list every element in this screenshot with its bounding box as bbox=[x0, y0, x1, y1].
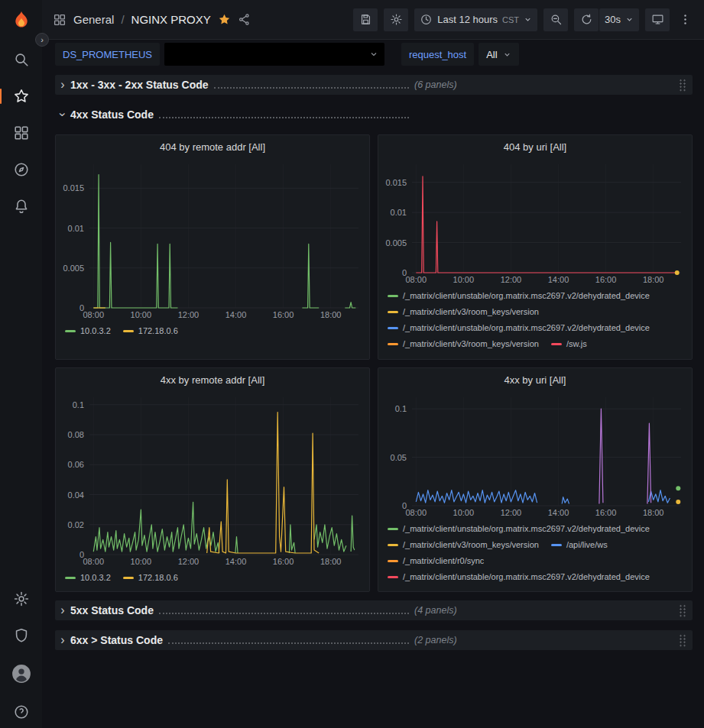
dashboards-icon bbox=[13, 125, 30, 141]
row-title: 1xx - 3xx - 2xx Status Code bbox=[70, 79, 209, 91]
legend-item[interactable]: 10.0.3.2 bbox=[65, 325, 111, 336]
drag-handle-icon[interactable] bbox=[679, 634, 686, 647]
sidebar-item-settings[interactable] bbox=[13, 590, 30, 607]
dashboard-row-1xx-3xx-2xx[interactable]: › 1xx - 3xx - 2xx Status Code (6 panels) bbox=[55, 75, 693, 95]
timeseries-chart[interactable]: 08:0010:0012:0014:0016:0018:0000.0050.01… bbox=[56, 158, 369, 320]
svg-text:14:00: 14:00 bbox=[225, 557, 247, 566]
request-host-select[interactable]: All bbox=[479, 43, 518, 66]
timeseries-chart[interactable]: 08:0010:0012:0014:0016:0018:0000.050.1 bbox=[378, 391, 692, 518]
legend-item[interactable]: /_matrix/client/unstable/org.matrix.msc2… bbox=[388, 571, 650, 582]
svg-text:10:00: 10:00 bbox=[131, 310, 152, 319]
timeseries-chart[interactable]: 08:0010:0012:0014:0016:0018:0000.0050.01… bbox=[378, 158, 692, 285]
help-icon bbox=[13, 704, 30, 720]
drag-handle-icon[interactable] bbox=[679, 604, 686, 617]
legend-swatch bbox=[123, 577, 134, 579]
share-dashboard-button[interactable] bbox=[238, 13, 251, 26]
more-options-button[interactable] bbox=[676, 8, 695, 31]
legend-item[interactable]: /_matrix/client/unstable/org.matrix.msc2… bbox=[388, 523, 650, 534]
time-range-picker[interactable]: Last 12 hours CST bbox=[414, 8, 537, 31]
panel-404-by-uri: 404 by uri [All] 08:0010:0012:0014:0016:… bbox=[378, 134, 693, 360]
dashboard-row-4xx[interactable]: › 4xx Status Code bbox=[55, 105, 693, 125]
datasource-variable-label: DS_PROMETHEUS bbox=[55, 43, 160, 66]
panel-title[interactable]: 4xx by uri [All] bbox=[378, 368, 692, 391]
row-lead: › 1xx - 3xx - 2xx Status Code bbox=[58, 79, 414, 91]
drag-handle-icon[interactable] bbox=[679, 79, 686, 92]
legend-swatch bbox=[551, 544, 562, 546]
sidebar-item-dashboards[interactable] bbox=[13, 125, 30, 141]
avatar bbox=[11, 664, 31, 684]
refresh-interval-picker[interactable]: 30s bbox=[599, 8, 639, 31]
svg-text:16:00: 16:00 bbox=[595, 508, 617, 517]
breadcrumb-folder[interactable]: General bbox=[73, 13, 114, 26]
legend-item[interactable]: /_matrix/client/v3/room_keys/version bbox=[388, 539, 539, 550]
sidebar-item-alerting[interactable] bbox=[13, 198, 30, 215]
clock-icon bbox=[420, 13, 433, 26]
panel-404-by-remote-addr: 404 by remote addr [All] 08:0010:0012:00… bbox=[55, 134, 370, 360]
svg-text:0.005: 0.005 bbox=[63, 264, 84, 273]
legend-item[interactable]: /sw.js bbox=[551, 338, 587, 349]
chevron-down-icon: › bbox=[57, 110, 69, 119]
svg-text:0: 0 bbox=[402, 268, 407, 277]
save-dashboard-button[interactable] bbox=[353, 8, 378, 31]
legend-swatch bbox=[388, 343, 398, 345]
expand-sidebar-button[interactable]: › bbox=[35, 33, 49, 47]
refresh-dashboard-button[interactable] bbox=[574, 8, 599, 31]
svg-text:14:00: 14:00 bbox=[548, 508, 569, 517]
timezone-label: CST bbox=[502, 15, 519, 24]
request-host-select-value: All bbox=[486, 49, 497, 60]
legend-swatch bbox=[388, 327, 398, 329]
dashboard-row-6xx[interactable]: › 6xx > Status Code (2 panels) bbox=[55, 630, 693, 650]
timeseries-chart[interactable]: 08:0010:0012:0014:0016:0018:0000.020.040… bbox=[56, 391, 369, 567]
legend-item[interactable]: /_matrix/client/unstable/org.matrix.msc2… bbox=[388, 322, 650, 333]
sidebar-item-profile[interactable] bbox=[11, 664, 31, 684]
legend-item[interactable]: /_matrix/client/v3/room_keys/version bbox=[388, 338, 539, 349]
legend-item[interactable]: /_matrix/client/r0/sync bbox=[388, 555, 484, 566]
dashboard-settings-button[interactable] bbox=[384, 8, 408, 31]
svg-text:0: 0 bbox=[79, 303, 84, 312]
svg-text:08:00: 08:00 bbox=[406, 508, 427, 517]
row-panel-count: (2 panels) bbox=[414, 635, 457, 645]
bell-icon bbox=[13, 198, 30, 215]
legend-swatch bbox=[388, 528, 398, 530]
svg-text:18:00: 18:00 bbox=[320, 557, 342, 566]
favorite-star-button[interactable] bbox=[218, 13, 231, 26]
svg-text:16:00: 16:00 bbox=[273, 310, 294, 319]
legend-item[interactable]: /_matrix/client/unstable/org.matrix.msc2… bbox=[388, 290, 650, 301]
request-host-variable-label: request_host bbox=[401, 43, 474, 66]
svg-text:12:00: 12:00 bbox=[501, 275, 522, 284]
grafana-logo[interactable] bbox=[10, 9, 33, 32]
svg-text:0.01: 0.01 bbox=[68, 224, 84, 233]
svg-text:14:00: 14:00 bbox=[225, 310, 247, 319]
panel-legend: 10.0.3.2172.18.0.6 bbox=[56, 320, 369, 359]
legend-item[interactable]: 172.18.0.6 bbox=[123, 572, 178, 583]
sidebar-item-search[interactable] bbox=[13, 51, 30, 68]
svg-text:0: 0 bbox=[402, 501, 407, 510]
sidebar-item-explore[interactable] bbox=[13, 161, 30, 178]
cycle-view-mode-button[interactable] bbox=[645, 8, 670, 31]
svg-text:18:00: 18:00 bbox=[320, 310, 342, 319]
zoom-out-time-button[interactable] bbox=[543, 8, 568, 31]
svg-text:10:00: 10:00 bbox=[131, 557, 152, 566]
panel-grid: 404 by remote addr [All] 08:0010:0012:00… bbox=[55, 134, 693, 592]
dashboard-row-5xx[interactable]: › 5xx Status Code (4 panels) bbox=[55, 600, 693, 620]
sidebar-item-server-admin[interactable] bbox=[13, 627, 30, 644]
legend-item[interactable]: 10.0.3.2 bbox=[65, 572, 111, 583]
panel-title[interactable]: 404 by uri [All] bbox=[378, 135, 692, 158]
svg-text:0.015: 0.015 bbox=[385, 178, 407, 187]
main-area: General / NGINX PROXY bbox=[42, 0, 704, 728]
svg-text:0.015: 0.015 bbox=[63, 183, 84, 193]
chevron-down-icon bbox=[625, 15, 634, 24]
chevron-right-icon: › bbox=[58, 604, 67, 616]
panel-title[interactable]: 4xx by remote addr [All] bbox=[56, 368, 369, 391]
sidebar-item-starred[interactable] bbox=[13, 88, 30, 105]
sidebar-item-help[interactable] bbox=[13, 704, 30, 720]
breadcrumb-separator: / bbox=[121, 13, 124, 26]
panel-title[interactable]: 404 by remote addr [All] bbox=[56, 135, 369, 158]
legend-item[interactable]: /_matrix/client/v3/room_keys/version bbox=[388, 306, 539, 317]
datasource-select[interactable] bbox=[164, 43, 384, 66]
legend-item[interactable]: /api/live/ws bbox=[551, 539, 608, 550]
svg-text:0: 0 bbox=[79, 550, 84, 559]
legend-swatch bbox=[388, 544, 398, 546]
legend-item[interactable]: 172.18.0.6 bbox=[123, 325, 178, 336]
legend-swatch bbox=[388, 311, 398, 313]
